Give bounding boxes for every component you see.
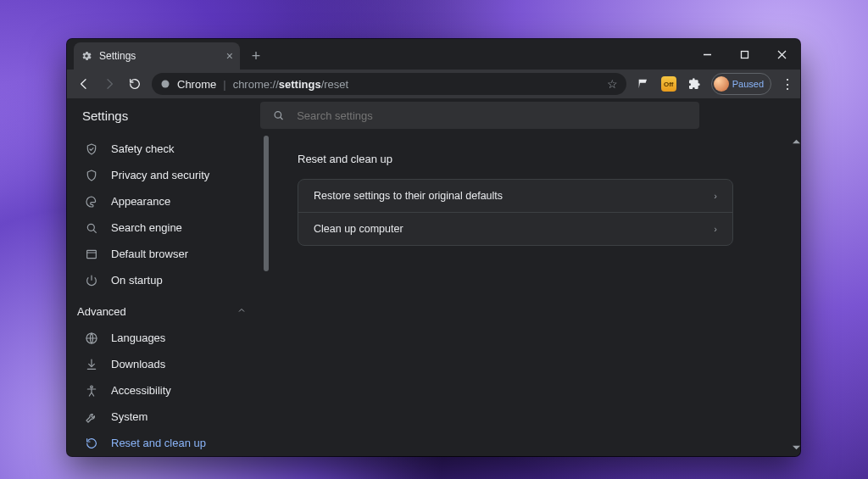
settings-card: Restore settings to their original defau… [298, 179, 733, 246]
sidebar-group-advanced[interactable]: Advanced [67, 298, 264, 325]
download-icon [84, 357, 99, 372]
extension-icon-1[interactable] [635, 75, 652, 92]
settings-row-label: Restore settings to their original defau… [314, 190, 503, 202]
settings-row-cleanup-computer[interactable]: Clean up computer› [298, 212, 732, 245]
settings-main: Reset and clean up Restore settings to t… [264, 132, 800, 456]
chevron-up-icon [236, 305, 247, 318]
sidebar-item-search-engine[interactable]: Search engine [67, 214, 253, 241]
sidebar-item-label: Default browser [111, 248, 188, 260]
sidebar-item-reset-cleanup[interactable]: Reset and clean up [67, 430, 253, 456]
new-tab-button[interactable]: + [245, 45, 267, 67]
sidebar-item-downloads[interactable]: Downloads [67, 351, 253, 377]
window-controls [688, 39, 800, 70]
sidebar-item-accessibility[interactable]: Accessibility [67, 377, 253, 404]
svg-point-5 [275, 112, 281, 118]
profile-button[interactable]: Paused [711, 73, 771, 95]
sidebar-item-privacy-security[interactable]: Privacy and security [67, 162, 253, 188]
bookmark-star-icon[interactable]: ☆ [607, 77, 618, 91]
browser-toolbar: Chrome | chrome://settings/reset ☆ Off P… [67, 70, 800, 98]
svg-point-13 [91, 386, 93, 388]
omnibox-scheme: Chrome [177, 78, 216, 91]
settings-app: Settings Safety checkPrivacy and securit… [67, 98, 800, 456]
sidebar-item-label: Safety check [111, 142, 174, 155]
window-close-button[interactable] [763, 39, 800, 70]
gear-icon [81, 50, 92, 62]
forward-button[interactable] [101, 75, 118, 92]
extension-icon-2[interactable]: Off [660, 75, 677, 92]
main-scrollbar[interactable] [790, 136, 800, 453]
sidebar-item-label: Privacy and security [111, 169, 209, 181]
sidebar-item-label: On startup [111, 274, 163, 287]
page-title: Settings [82, 109, 128, 123]
scroll-up-arrow-icon [790, 136, 800, 148]
profile-status: Paused [732, 79, 764, 89]
window-minimize-button[interactable] [688, 39, 726, 70]
chevron-right-icon: › [714, 224, 717, 234]
sidebar-item-default-browser[interactable]: Default browser [67, 241, 253, 267]
sidebar-item-safety-check[interactable]: Safety check [67, 136, 253, 162]
sidebar-item-on-startup[interactable]: On startup [67, 267, 253, 293]
window-maximize-button[interactable] [726, 39, 763, 70]
svg-point-4 [162, 81, 170, 88]
restore-icon [84, 436, 99, 451]
tab-close-button[interactable]: × [226, 50, 233, 62]
tab-title: Settings [99, 50, 136, 62]
shield-check-icon [84, 142, 99, 157]
sidebar-item-label: Search engine [111, 221, 182, 234]
window-icon [84, 247, 99, 262]
omnibox[interactable]: Chrome | chrome://settings/reset ☆ [152, 73, 626, 95]
avatar [714, 76, 729, 92]
sidebar-item-label: Languages [111, 331, 165, 344]
sidebar-item-label: Downloads [111, 358, 165, 370]
sidebar-item-system[interactable]: System [67, 404, 253, 430]
accessibility-icon [84, 383, 99, 398]
palette-icon [84, 194, 99, 209]
sidebar-item-appearance[interactable]: Appearance [67, 188, 253, 214]
chrome-menu-button[interactable]: ⋮ [780, 72, 795, 96]
sidebar-item-label: Appearance [111, 195, 170, 208]
settings-sidebar: Safety checkPrivacy and securityAppearan… [67, 132, 264, 456]
settings-row-restore-defaults[interactable]: Restore settings to their original defau… [298, 180, 732, 212]
svg-rect-1 [741, 51, 748, 58]
search-icon [272, 109, 285, 122]
sidebar-item-label: Accessibility [111, 384, 171, 397]
settings-row-label: Clean up computer [314, 223, 403, 235]
settings-header: Settings [67, 98, 800, 132]
tab-settings[interactable]: Settings × [74, 42, 240, 70]
globe-icon [84, 331, 99, 346]
shield-icon [84, 168, 99, 183]
sidebar-item-label: System [111, 410, 147, 423]
chrome-window: Settings × + Chrome | chrome://settings/… [67, 39, 800, 456]
power-icon [84, 273, 99, 288]
back-button[interactable] [75, 75, 92, 92]
tab-strip: Settings × + [67, 39, 800, 70]
extensions-button[interactable] [686, 75, 703, 92]
search-icon [84, 220, 99, 236]
settings-search-input[interactable] [295, 109, 687, 123]
section-title: Reset and clean up [298, 153, 766, 165]
reload-button[interactable] [126, 75, 143, 92]
settings-search[interactable] [260, 102, 699, 129]
wrench-icon [84, 409, 99, 425]
chevron-right-icon: › [714, 191, 717, 201]
svg-rect-9 [87, 250, 97, 258]
svg-line-6 [281, 117, 283, 120]
svg-line-8 [93, 230, 96, 232]
omnibox-url: chrome://settings/reset [233, 78, 349, 91]
sidebar-item-label: Reset and clean up [111, 437, 206, 449]
sidebar-item-languages[interactable]: Languages [67, 325, 253, 351]
scroll-down-arrow-icon [790, 441, 800, 453]
site-info-icon [160, 79, 170, 89]
